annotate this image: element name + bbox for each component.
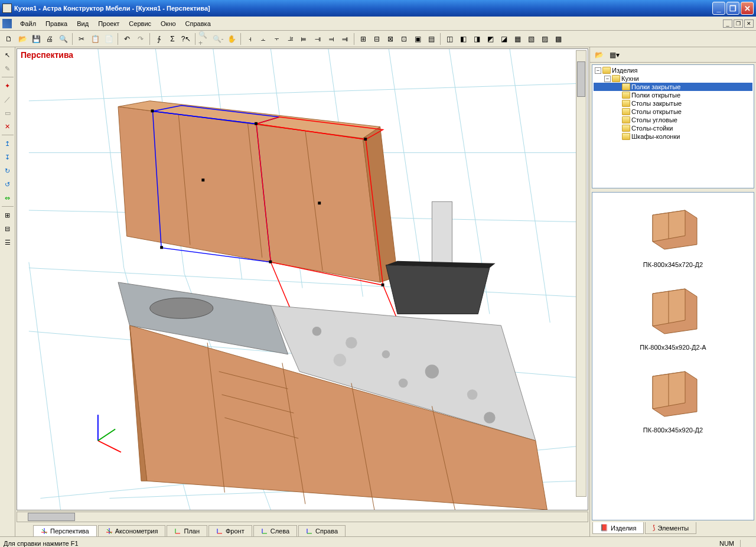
redo-icon[interactable]: ↷: [134, 32, 147, 45]
snap6-icon[interactable]: ▤: [425, 32, 438, 45]
view1-icon[interactable]: ◫: [443, 32, 456, 45]
preview-icon[interactable]: 🔍: [57, 32, 70, 45]
line-icon[interactable]: ／: [1, 93, 14, 106]
snap3-icon[interactable]: ⊠: [384, 32, 397, 45]
viewport-3d[interactable]: Перспектива: [17, 48, 588, 510]
menu-help[interactable]: Справка: [181, 19, 216, 28]
view9-icon[interactable]: ▩: [552, 32, 565, 45]
zoom-out-icon[interactable]: 🔍-: [211, 32, 224, 45]
pan-icon[interactable]: ✋: [225, 32, 238, 45]
minimize-button[interactable]: _: [712, 2, 725, 15]
tab-products[interactable]: 📕Изделия: [592, 522, 644, 534]
print-icon[interactable]: 🖨: [43, 32, 56, 45]
svg-rect-37: [269, 261, 272, 263]
view8-icon[interactable]: ▨: [538, 32, 551, 45]
align-bottom-icon[interactable]: ⫣: [311, 32, 324, 45]
svg-line-19: [98, 441, 121, 452]
menu-view[interactable]: Вид: [72, 19, 93, 28]
explode-icon[interactable]: ✦: [1, 79, 14, 92]
menu-edit[interactable]: Правка: [41, 19, 72, 28]
catalog-open-icon[interactable]: 📂: [592, 48, 605, 61]
new-icon[interactable]: 🗋: [2, 32, 15, 45]
tree-columns[interactable]: Шкафы-колонки: [594, 132, 752, 141]
mdi-restore[interactable]: ❐: [734, 19, 743, 28]
ungroup-icon[interactable]: ⊟: [1, 222, 14, 235]
thumb-label: ПК-800x345x720-Д2: [597, 261, 749, 268]
align-middle-icon[interactable]: ⫢: [298, 32, 311, 45]
tree-closed-tables[interactable]: Столы закрытые: [594, 99, 752, 108]
flip-h-icon[interactable]: ⇔: [1, 191, 14, 204]
tree-open-tables[interactable]: Столы открытые: [594, 108, 752, 116]
align-left-icon[interactable]: ⫞: [243, 32, 256, 45]
tab-axonometry[interactable]: Аксонометрия: [98, 525, 166, 536]
svg-line-0: [29, 84, 576, 101]
tree-corner-tables[interactable]: Столы угловые: [594, 116, 752, 124]
distribute-h-icon[interactable]: ⫤: [325, 32, 338, 45]
tab-front[interactable]: Фронт: [208, 525, 252, 536]
status-num: NUM: [713, 540, 741, 547]
menu-project[interactable]: Проект: [93, 19, 124, 28]
cut-icon[interactable]: ✂: [75, 32, 88, 45]
maximize-button[interactable]: ❐: [726, 2, 739, 15]
snap4-icon[interactable]: ⊡: [397, 32, 410, 45]
snap2-icon[interactable]: ⊟: [370, 32, 383, 45]
align-top-icon[interactable]: ⫡: [284, 32, 297, 45]
save-icon[interactable]: 💾: [30, 32, 43, 45]
tree-open-shelves[interactable]: Полки открытые: [594, 91, 752, 99]
svg-rect-35: [364, 138, 367, 141]
mdi-close[interactable]: ✕: [744, 19, 754, 28]
tree-kitchens[interactable]: − Кухни: [594, 74, 752, 83]
view3-icon[interactable]: ◨: [470, 32, 483, 45]
view6-icon[interactable]: ▦: [511, 32, 524, 45]
tab-elements[interactable]: ⟆Элементы: [645, 522, 696, 534]
tree-stands[interactable]: Столы-стойки: [594, 124, 752, 132]
snap5-icon[interactable]: ▣: [411, 32, 424, 45]
zoom-in-icon[interactable]: 🔍+: [198, 32, 211, 45]
rotate-cw-icon[interactable]: ↻: [1, 164, 14, 177]
scrollbar-horizontal[interactable]: [17, 512, 588, 522]
tab-right[interactable]: Справа: [298, 525, 346, 536]
back-icon[interactable]: ↧: [1, 151, 14, 164]
select-icon[interactable]: ↖: [1, 48, 14, 61]
delete-icon[interactable]: ✕: [1, 120, 14, 133]
layers-icon[interactable]: ☰: [1, 236, 14, 249]
catalog-view-icon[interactable]: ▦▾: [608, 48, 621, 61]
undo-icon[interactable]: ↶: [120, 32, 133, 45]
rotate-ccw-icon[interactable]: ↺: [1, 178, 14, 191]
tree-closed-shelves[interactable]: Полки закрытые: [594, 83, 752, 91]
front-icon[interactable]: ↥: [1, 137, 14, 150]
distribute-v-icon[interactable]: ⫥: [338, 32, 351, 45]
sum-icon[interactable]: Σ: [166, 32, 179, 45]
calc-icon[interactable]: ∱: [152, 32, 165, 45]
open-icon[interactable]: 📂: [16, 32, 29, 45]
thumb-item[interactable]: ПК-800x345x720-Д2: [597, 197, 749, 268]
mdi-minimize[interactable]: _: [723, 19, 732, 28]
catalog-tree[interactable]: − Изделия − Кухни Полки закрытые Полки о…: [592, 64, 754, 188]
align-center-h-icon[interactable]: ⫠: [257, 32, 270, 45]
menu-file[interactable]: Файл: [15, 19, 41, 28]
thumb-item[interactable]: ПК-800x345x920-Д2: [597, 363, 749, 434]
paste-icon[interactable]: 📄: [102, 32, 115, 45]
view4-icon[interactable]: ◩: [484, 32, 497, 45]
view5-icon[interactable]: ◪: [497, 32, 510, 45]
view2-icon[interactable]: ◧: [457, 32, 470, 45]
catalog-thumbs[interactable]: ПК-800x345x720-Д2 ПК-800x345x920-Д2-А ПК…: [592, 192, 754, 520]
snap1-icon[interactable]: ⊞: [357, 32, 370, 45]
menu-service[interactable]: Сервис: [124, 19, 156, 28]
menu-window[interactable]: Окно: [156, 19, 181, 28]
copy-icon[interactable]: 📋: [89, 32, 102, 45]
scrollbar-vertical[interactable]: [576, 50, 586, 497]
thumb-item[interactable]: ПК-800x345x920-Д2-А: [597, 280, 749, 351]
tree-root[interactable]: − Изделия: [594, 66, 752, 74]
app-menu-icon[interactable]: [2, 19, 12, 28]
close-button[interactable]: ✕: [741, 2, 754, 15]
view7-icon[interactable]: ▧: [524, 32, 537, 45]
edit-icon[interactable]: ✎: [1, 62, 14, 75]
align-right-icon[interactable]: ⫟: [271, 32, 284, 45]
tab-plan[interactable]: План: [167, 525, 207, 536]
tab-perspective[interactable]: Перспектива: [33, 525, 97, 536]
tab-left[interactable]: Слева: [253, 525, 297, 536]
rect-icon[interactable]: ▭: [1, 106, 14, 119]
group-icon[interactable]: ⊞: [1, 209, 14, 222]
help-icon[interactable]: ?↖: [180, 32, 193, 45]
